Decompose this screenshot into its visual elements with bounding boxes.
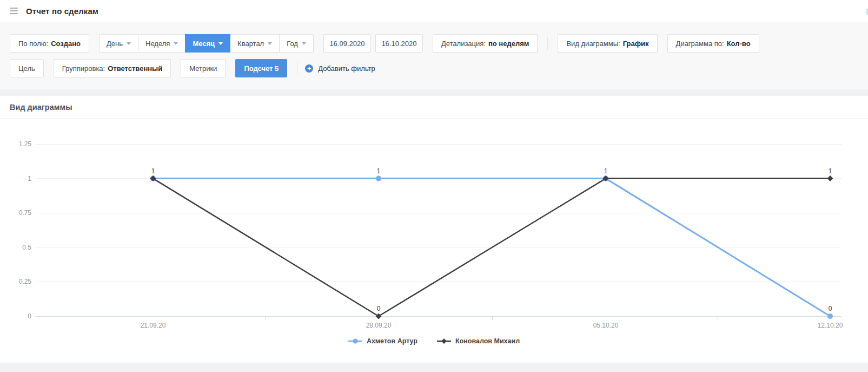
footer-strip	[0, 363, 868, 372]
legend-item-0[interactable]: Ахметов Артур	[348, 337, 418, 345]
period-button-label: Квартал	[237, 40, 264, 48]
grouping-button[interactable]: Группировка: Ответственный	[54, 59, 171, 77]
chart-view-value: График	[623, 40, 649, 48]
x-axis-label: 28.09.20	[366, 322, 392, 329]
legend-label: Ахметов Артур	[367, 337, 418, 345]
data-label: 1	[151, 167, 155, 175]
period-button-label: Год	[287, 40, 298, 48]
detail-filter-value: по неделям	[488, 40, 529, 48]
chevron-down-icon	[302, 42, 306, 45]
chart-by-label: Диаграмма по:	[676, 40, 724, 48]
toolbar-separator	[297, 62, 297, 75]
period-button-label: Неделя	[145, 40, 170, 48]
toolbar-row-1: По полю: Создано ДеньНеделяМесяцКварталГ…	[10, 34, 858, 53]
metrics-button[interactable]: Метрики	[181, 59, 226, 77]
toolbar-row-2: Цель Группировка: Ответственный Метрики …	[10, 59, 858, 77]
data-label: 1	[377, 167, 381, 175]
page-title: Отчет по сделкам	[26, 6, 98, 16]
line-chart[interactable]: 00.250.50.7511.2521.09.2028.09.2005.10.2…	[0, 119, 868, 330]
data-label: 0	[829, 305, 832, 312]
grouping-label: Группировка:	[62, 64, 105, 73]
data-label: 1	[829, 167, 832, 175]
add-filter-button[interactable]: + Добавить фильтр	[305, 64, 375, 73]
chevron-down-icon	[218, 42, 223, 45]
data-point-circle[interactable]	[376, 176, 381, 181]
chart-section: Вид диаграммы 00.250.50.7511.2521.09.202…	[0, 96, 868, 363]
chart-legend: Ахметов АртурКоновалов Михаил	[0, 337, 868, 345]
chart-view-label: Вид диаграммы:	[566, 40, 620, 48]
chevron-down-icon	[268, 42, 272, 45]
period-button-0[interactable]: День	[99, 34, 138, 53]
period-button-1[interactable]: Неделя	[138, 34, 185, 53]
data-point-diamond[interactable]	[376, 314, 382, 319]
date-range: 16.09.2020 16.10.2020	[323, 34, 423, 53]
chevron-down-icon	[127, 42, 131, 45]
data-label: 0	[377, 305, 381, 312]
field-filter-label: По полю:	[18, 40, 48, 48]
grouping-value: Ответственный	[108, 64, 162, 73]
y-axis-label: 0.75	[19, 209, 32, 217]
y-axis-label: 0.25	[19, 278, 32, 285]
x-axis-label: 21.09.20	[141, 322, 166, 329]
field-filter-button[interactable]: По полю: Создано	[10, 34, 89, 53]
detail-filter-label: Детализация:	[441, 40, 486, 48]
data-point-circle[interactable]	[827, 314, 833, 319]
x-axis-label: 12.10.20	[818, 322, 843, 329]
data-label: 1	[604, 167, 608, 175]
x-axis-label: 05.10.20	[593, 322, 619, 329]
add-filter-label: Добавить фильтр	[318, 64, 375, 73]
chart-section-title: Вид диаграммы	[10, 103, 858, 112]
y-axis-label: 1	[28, 175, 31, 182]
period-button-label: Месяц	[193, 40, 215, 48]
chart-by-value: Кол-во	[727, 40, 751, 48]
plus-circle-icon: +	[305, 64, 313, 73]
date-from-button[interactable]: 16.09.2020	[323, 34, 371, 53]
count-button[interactable]: Подсчет 5	[235, 59, 287, 77]
chart-section-header: Вид диаграммы	[0, 96, 868, 119]
menu-hamburger-icon[interactable]	[10, 8, 18, 14]
period-button-group: ДеньНеделяМесяцКварталГод	[99, 34, 314, 53]
chart-by-button[interactable]: Диаграмма по: Кол-во	[667, 34, 759, 53]
legend-circle-marker-icon	[348, 338, 362, 344]
detail-filter-button[interactable]: Детализация: по неделям	[433, 34, 538, 53]
section-divider-strip	[0, 89, 868, 96]
period-button-4[interactable]: Год	[279, 34, 314, 53]
scrollbar-sliver	[866, 9, 868, 15]
legend-item-1[interactable]: Коновалов Михаил	[437, 337, 520, 345]
app-header: Отчет по сделкам	[0, 0, 868, 22]
filter-toolbar: По полю: Создано ДеньНеделяМесяцКварталГ…	[0, 22, 868, 89]
legend-diamond-marker-icon	[437, 338, 451, 344]
period-button-3[interactable]: Квартал	[230, 34, 280, 53]
date-to-button[interactable]: 16.10.2020	[375, 34, 423, 53]
field-filter-value: Создано	[51, 40, 81, 48]
y-axis-label: 0	[28, 312, 31, 320]
period-button-2[interactable]: Месяц	[185, 34, 230, 53]
toolbar-separator	[547, 37, 548, 50]
data-point-diamond[interactable]	[827, 175, 833, 181]
data-point-diamond[interactable]	[150, 175, 156, 181]
chart-view-button[interactable]: Вид диаграммы: График	[558, 34, 657, 53]
chevron-down-icon	[174, 42, 178, 45]
goal-button[interactable]: Цель	[10, 59, 44, 77]
y-axis-label: 0.5	[22, 244, 31, 251]
y-axis-label: 1.25	[19, 140, 32, 148]
period-button-label: День	[107, 40, 123, 48]
legend-label: Коновалов Михаил	[455, 337, 520, 345]
